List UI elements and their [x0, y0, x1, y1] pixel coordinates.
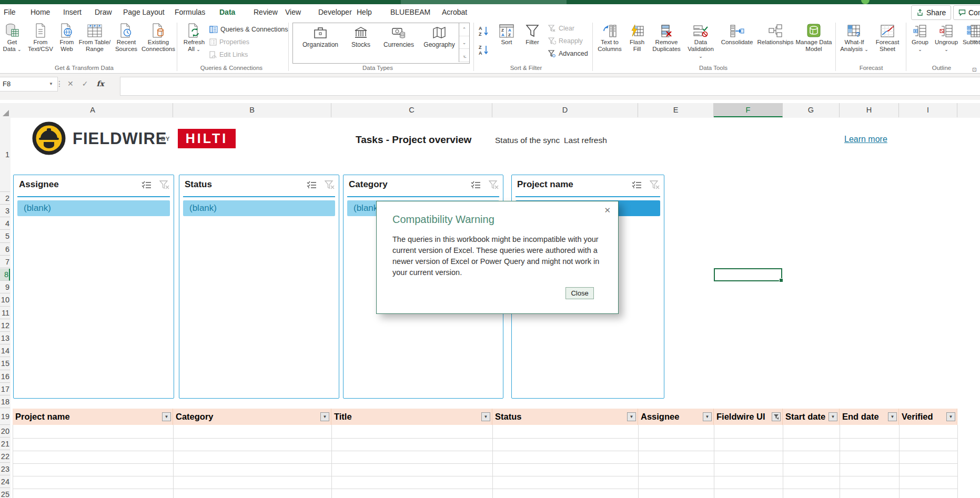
manage-data-model-button[interactable]: j Manage Data Model [795, 22, 832, 53]
row-header-14[interactable]: 14 [0, 345, 10, 357]
row-header-20[interactable]: 20 [0, 425, 10, 438]
multi-select-icon[interactable] [471, 180, 481, 190]
column-header-E[interactable]: E [638, 103, 714, 117]
data-type-currencies[interactable]: Currencies [378, 26, 419, 48]
filter-dropdown-button[interactable]: ▼ [888, 412, 897, 421]
dialog-close-icon[interactable]: ✕ [604, 206, 611, 215]
dialog-close-button[interactable]: Close [565, 287, 594, 299]
sort-descending-button[interactable]: ZA [478, 44, 491, 57]
column-header-I[interactable]: I [899, 103, 957, 117]
row-header-6[interactable]: 6 [0, 243, 10, 256]
ribbon-tab-acrobat[interactable]: Acrobat [441, 4, 468, 21]
sort-button[interactable]: ZAAZ Sort [494, 22, 519, 46]
ribbon-options-icon[interactable]: ⊡ [972, 67, 976, 73]
properties-button[interactable]: Properties [209, 36, 249, 48]
slicer-item-blank[interactable]: (blank) [183, 200, 335, 216]
row-header-17[interactable]: 17 [0, 383, 10, 395]
column-header-C[interactable]: C [331, 103, 492, 117]
row-header-3[interactable]: 3 [0, 205, 10, 217]
selected-cell-F8[interactable] [714, 268, 782, 281]
clear-filter-icon[interactable] [159, 180, 169, 190]
ribbon-tab-draw[interactable]: Draw [94, 4, 113, 21]
clear-filter-icon[interactable] [325, 180, 335, 190]
row-header-22[interactable]: 22 [0, 451, 10, 463]
multi-select-icon[interactable] [142, 180, 152, 190]
row-header-19[interactable]: 19 [0, 409, 10, 425]
row-header-12[interactable]: 12 [0, 320, 10, 332]
ribbon-tab-help[interactable]: Help [356, 4, 373, 21]
gallery-scroll[interactable]: ⌃ ⌄ ⌄̲ [459, 23, 469, 62]
share-button[interactable]: Share [911, 5, 951, 20]
ribbon-tab-home[interactable]: Home [29, 4, 51, 21]
ribbon-tab-bluebeam[interactable]: BLUEBEAM [389, 4, 431, 21]
clear-filter-icon[interactable] [650, 180, 660, 190]
formula-enter-icon[interactable]: ✓ [82, 79, 88, 88]
ribbon-tab-insert[interactable]: Insert [62, 4, 83, 21]
column-header-D[interactable]: D [492, 103, 638, 117]
queries-connections-button[interactable]: Queries & Connections [209, 24, 288, 35]
formula-cancel-icon[interactable]: ✕ [67, 79, 74, 88]
recent-sources-button[interactable]: Recent Sources [113, 22, 140, 53]
show-detail-icon[interactable]: ⁺≡ [971, 24, 977, 31]
filter-dropdown-button[interactable]: ▼ [829, 412, 837, 421]
name-box[interactable]: F8 ▼ [0, 77, 58, 92]
ribbon-tab-data[interactable]: Data [218, 4, 236, 22]
flash-fill-button[interactable]: Flash Fill [626, 22, 648, 53]
multi-select-icon[interactable] [307, 180, 317, 190]
row-header-11[interactable]: 11 [0, 307, 10, 319]
consolidate-button[interactable]: Consolidate [719, 22, 755, 46]
row-header-16[interactable]: 16 [0, 371, 10, 383]
filter-dropdown-button[interactable]: ▼ [946, 412, 955, 421]
column-header-B[interactable]: B [173, 103, 331, 117]
ribbon-tab-formulas[interactable]: Formulas [174, 4, 206, 21]
column-header-G[interactable]: G [783, 103, 840, 117]
row-header-1[interactable]: 1 [0, 118, 10, 192]
select-all-corner[interactable] [0, 103, 11, 118]
column-header-A[interactable]: A [13, 103, 173, 117]
row-header-8[interactable]: 8 [0, 269, 10, 281]
filter-dropdown-button[interactable]: ▼ [481, 412, 490, 421]
ribbon-tab-view[interactable]: View [284, 4, 302, 21]
gallery-down-icon[interactable]: ⌄ [459, 36, 469, 49]
comments-button[interactable]: Comments [953, 5, 980, 20]
row-header-21[interactable]: 21 [0, 438, 10, 450]
slicer-item-blank[interactable]: (blank) [17, 200, 170, 216]
data-type-organization[interactable]: Organization [299, 26, 341, 48]
row-header-24[interactable]: 24 [0, 476, 10, 488]
sort-ascending-button[interactable]: AZ [478, 25, 491, 38]
row-header-15[interactable]: 15 [0, 358, 10, 370]
filter-applied-dropdown-button[interactable] [772, 412, 781, 421]
filter-dropdown-button[interactable]: ▼ [703, 412, 712, 421]
row-header-2[interactable]: 2 [0, 192, 10, 205]
group-button[interactable]: Group⌄ [908, 22, 932, 53]
learn-more-link[interactable]: Learn more [844, 135, 887, 144]
formula-input[interactable] [120, 77, 980, 96]
relationships-button[interactable]: Relationships [756, 22, 794, 46]
ribbon-tab-review[interactable]: Review [252, 4, 279, 21]
clear-filter-icon[interactable] [489, 180, 499, 190]
row-header-7[interactable]: 7 [0, 256, 10, 268]
ribbon-tab-developer[interactable]: Developer [317, 4, 353, 21]
text-to-columns-button[interactable]: Text to Columns [594, 22, 625, 53]
ribbon-tab-page-layout[interactable]: Page Layout [122, 4, 166, 21]
hide-detail-icon[interactable]: ⁻≡ [971, 38, 977, 45]
row-header-18[interactable]: 18 [0, 396, 10, 408]
gallery-more-icon[interactable]: ⌄̲ [459, 49, 469, 62]
row-header-25[interactable]: 25 [0, 489, 10, 498]
from-web-button[interactable]: From Web [56, 22, 78, 53]
from-text-csv-button[interactable]: From Text/CSV [25, 22, 56, 53]
fill-handle[interactable] [779, 278, 783, 282]
get-data-button[interactable]: Get Data ⌄ [0, 22, 24, 53]
what-if-analysis-button[interactable]: ? What-If Analysis ⌄ [837, 22, 871, 53]
existing-connections-button[interactable]: Existing Connections [141, 22, 176, 53]
gallery-up-icon[interactable]: ⌃ [459, 23, 469, 36]
row-header-4[interactable]: 4 [0, 218, 10, 230]
row-header-23[interactable]: 23 [0, 463, 10, 475]
ribbon-tab-file[interactable]: File [3, 4, 17, 21]
advanced-filter-button[interactable]: Advanced [548, 48, 588, 59]
formula-bar-dots[interactable]: ⋮ [56, 77, 63, 90]
data-validation-button[interactable]: Data Validation ⌄ [685, 22, 716, 60]
reapply-filter-button[interactable]: Reapply [548, 35, 583, 47]
titlebar-search-box[interactable] [401, 0, 567, 4]
column-header-F[interactable]: F [714, 103, 783, 117]
